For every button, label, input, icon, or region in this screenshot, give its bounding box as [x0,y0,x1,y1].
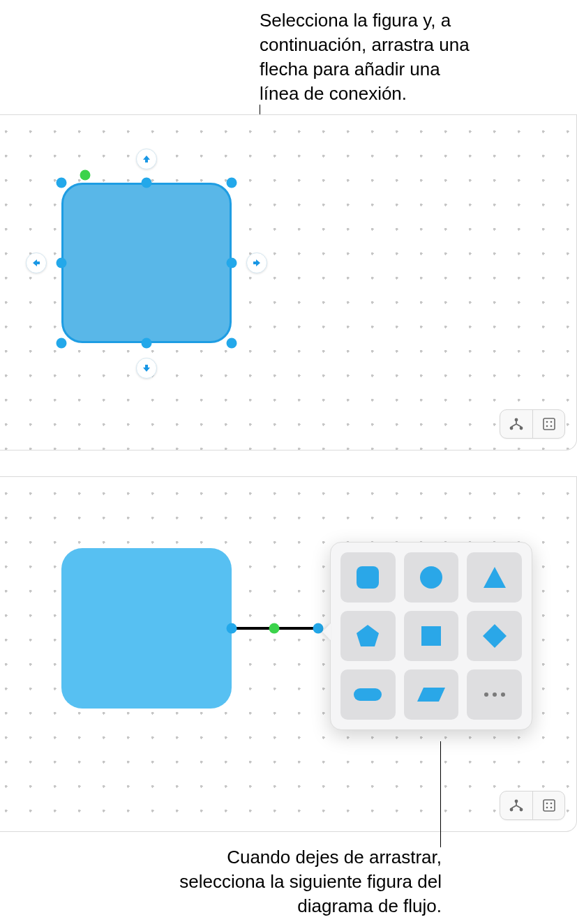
shape-option-triangle[interactable] [467,552,522,603]
more-icon [483,691,507,698]
svg-point-9 [420,566,442,589]
canvas-step-1 [0,114,577,450]
svg-point-21 [546,807,548,809]
canvas-step-2 [0,476,577,832]
svg-rect-10 [421,626,441,646]
svg-point-0 [515,418,518,422]
sel-handle-bc[interactable] [142,338,152,349]
toolbar-grid-button[interactable] [532,410,564,438]
arrow-left-icon [31,258,41,268]
shape-option-more[interactable] [467,669,522,720]
square-icon [417,622,445,650]
svg-point-6 [546,425,548,427]
shape-option-diamond[interactable] [467,611,522,661]
svg-rect-8 [357,566,379,589]
svg-point-22 [550,807,552,809]
connector-arrow-right[interactable] [246,252,267,273]
rounded-square-icon [354,563,382,591]
connector-icon [509,417,524,431]
sel-handle-br[interactable] [227,338,237,349]
svg-point-5 [550,421,552,423]
sel-handle-corner-radius[interactable] [80,170,91,181]
shape-picker-popover [330,542,532,730]
svg-point-12 [484,692,488,697]
connector-icon [509,798,524,812]
svg-point-14 [501,692,505,697]
grid-icon [542,798,556,812]
shape-option-square[interactable] [404,611,459,661]
svg-point-16 [510,808,514,812]
svg-point-7 [550,425,552,427]
shape-option-circle[interactable] [404,552,459,603]
connector-arrow-up[interactable] [136,149,157,169]
shape-option-pentagon[interactable] [340,611,396,661]
arrow-down-icon [142,363,151,373]
grid-icon [542,417,556,431]
svg-point-4 [546,421,548,423]
sel-handle-mr[interactable] [227,258,237,268]
sel-handle-tr[interactable] [227,178,237,188]
shape[interactable] [61,548,232,709]
callout-bottom-leader [440,741,441,847]
parallelogram-icon [415,681,447,709]
sel-handle-bl[interactable] [57,338,67,349]
toolbar-connector-button[interactable] [500,410,532,438]
toolbar-grid-button[interactable] [532,792,564,819]
svg-point-2 [520,427,523,430]
callout-bottom-text: Cuando dejes de arrastrar, selecciona la… [172,845,442,918]
svg-point-20 [550,803,552,805]
shape-option-parallelogram[interactable] [404,669,459,720]
arrow-right-icon [252,258,262,268]
shape-option-rounded-square[interactable] [340,552,396,603]
canvas-toolbar [500,409,565,439]
sel-handle-tl[interactable] [57,178,67,188]
svg-point-13 [493,692,497,697]
svg-rect-3 [544,418,555,430]
triangle-icon [481,563,509,591]
canvas-toolbar [500,791,565,820]
callout-top-text: Selecciona la figura y, a continuación, … [260,8,483,106]
svg-point-1 [510,427,514,430]
svg-rect-11 [354,688,382,701]
connector-midpoint[interactable] [269,623,280,634]
svg-point-17 [520,808,523,812]
arrow-up-icon [142,154,151,164]
connector-arrow-down[interactable] [136,358,157,379]
sel-handle-tc[interactable] [142,178,152,188]
svg-point-19 [546,803,548,805]
connector-endpoint-start[interactable] [227,623,237,634]
sel-handle-ml[interactable] [57,258,67,268]
diamond-icon [481,622,509,650]
toolbar-connector-button[interactable] [500,792,532,819]
shape-option-pill[interactable] [340,669,396,720]
pentagon-icon [354,622,382,650]
pill-icon [352,681,384,709]
circle-icon [417,563,445,591]
svg-rect-18 [544,800,555,811]
svg-point-15 [515,800,518,803]
connector-arrow-left[interactable] [26,252,47,273]
selected-shape[interactable] [61,183,232,343]
